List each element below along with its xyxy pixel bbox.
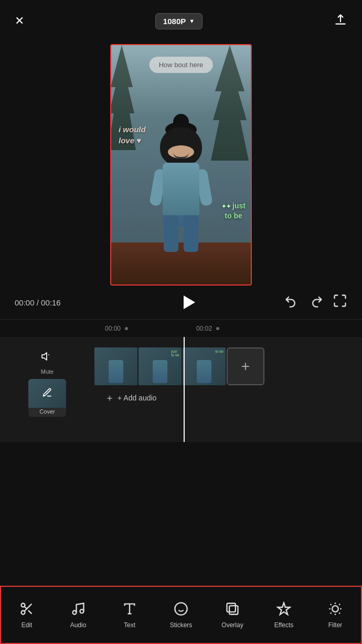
chevron-down-icon: ▼: [189, 18, 195, 24]
svg-point-16: [332, 606, 338, 612]
speech-bubble-text: How bout here: [159, 61, 204, 69]
svg-point-3: [22, 610, 25, 614]
svg-rect-14: [227, 603, 236, 611]
toolbar-item-filter[interactable]: Filter: [320, 596, 351, 634]
ruler-dot-1: [125, 327, 128, 330]
play-button[interactable]: [177, 291, 199, 313]
video-preview[interactable]: How bout here i wouldlove ♥ ✦✦ justto be: [110, 44, 252, 286]
svg-point-7: [73, 610, 77, 614]
ruler-time-2: 00:02: [196, 325, 212, 332]
time-current: 00:00: [15, 298, 35, 307]
svg-rect-15: [229, 606, 238, 614]
ruler-dot-2: [216, 327, 219, 330]
character-model: [142, 127, 220, 263]
char-head: [160, 127, 202, 166]
svg-line-5: [28, 610, 31, 613]
playhead-line: [184, 337, 185, 442]
undo-button[interactable]: [284, 293, 299, 311]
toolbar-item-stickers[interactable]: Stickers: [165, 596, 197, 634]
video-strip: justto be to be +: [94, 347, 362, 385]
cover-button[interactable]: Cover: [28, 379, 66, 417]
char-body: [163, 163, 199, 215]
upload-button[interactable]: [334, 13, 347, 29]
app-header: ✕ 1080P ▼: [0, 0, 362, 42]
svg-point-8: [80, 609, 84, 613]
play-icon: [184, 295, 195, 309]
svg-line-6: [24, 606, 27, 609]
control-icons-group: [284, 293, 347, 311]
timeline-content: Mute Cover: [0, 337, 362, 442]
speech-bubble: How bout here: [150, 57, 213, 73]
fullscreen-button[interactable]: [333, 293, 347, 311]
timeline-area: Mute Cover: [0, 337, 362, 442]
sticker-icon: [174, 601, 188, 618]
add-clip-icon: +: [241, 358, 250, 375]
time-separator: /: [37, 298, 41, 307]
close-button[interactable]: ✕: [15, 14, 24, 28]
toolbar-item-text[interactable]: Text: [114, 596, 145, 634]
mute-label: Mute: [41, 368, 54, 375]
ruler-time-0: 00:00: [105, 325, 121, 332]
video-background: How bout here i wouldlove ♥ ✦✦ justto be: [111, 45, 251, 284]
toolbar-label-audio: Audio: [70, 621, 87, 629]
toolbar-label-overlay: Overlay: [221, 621, 243, 629]
mute-button[interactable]: Mute: [41, 350, 54, 375]
sparkle-icon: [276, 601, 291, 618]
playback-controls: 00:00 / 00:16: [0, 286, 362, 319]
timeline-left-panel: Mute Cover: [0, 342, 94, 437]
add-audio-plus-icon: ＋: [105, 392, 114, 404]
mute-icon: [41, 350, 54, 366]
svg-point-2: [22, 603, 25, 607]
add-audio-row: ＋ + Add audio: [94, 385, 362, 404]
toolbar-item-edit[interactable]: Edit: [11, 596, 42, 634]
add-audio-button[interactable]: ＋ + Add audio: [105, 392, 156, 404]
toolbar-label-stickers: Stickers: [170, 621, 193, 629]
overlay-icon: [225, 601, 240, 618]
toolbar-item-overlay[interactable]: Overlay: [217, 596, 248, 634]
video-overlay-text-1: i wouldlove ♥: [119, 124, 146, 146]
redo-button[interactable]: [308, 293, 323, 311]
strip-frame-2[interactable]: justto be: [139, 347, 182, 385]
toolbar-item-audio[interactable]: Audio: [62, 596, 94, 634]
add-clip-button[interactable]: +: [227, 347, 264, 385]
cover-thumbnail: [28, 379, 66, 408]
add-audio-label: + Add audio: [118, 394, 156, 402]
char-leg-right: [184, 215, 198, 252]
toolbar-label-text: Text: [124, 621, 135, 629]
svg-point-11: [175, 603, 187, 615]
toolbar-label-edit: Edit: [22, 621, 33, 629]
svg-marker-0: [42, 353, 47, 360]
scissors-icon: [19, 601, 34, 618]
time-display: 00:00 / 00:16: [15, 298, 61, 307]
toolbar-label-effects: Effects: [274, 621, 293, 629]
toolbar-item-effects[interactable]: Effects: [268, 596, 300, 634]
bottom-toolbar: Edit Audio Text: [0, 586, 362, 644]
music-note-icon: [71, 601, 86, 618]
spacer: [0, 442, 362, 473]
quality-selector[interactable]: 1080P ▼: [155, 13, 203, 29]
video-strip-container: justto be to be + ＋ + Add audio: [94, 342, 362, 437]
strip-frame-1[interactable]: [94, 347, 137, 385]
cover-label: Cover: [39, 408, 55, 415]
cover-edit-icon: [42, 387, 52, 400]
char-leg-left: [164, 215, 178, 252]
sparkle-decoration: ✦✦: [221, 203, 232, 209]
toolbar-label-filter: Filter: [328, 621, 343, 629]
video-overlay-text-2: ✦✦ justto be: [221, 201, 246, 221]
timeline-ruler: 00:00 00:02: [0, 319, 362, 337]
strip-frame-3[interactable]: to be: [183, 347, 226, 385]
filter-icon: [328, 601, 343, 618]
text-T-icon: [122, 601, 137, 618]
video-preview-container: How bout here i wouldlove ♥ ✦✦ justto be: [0, 44, 362, 286]
quality-label: 1080P: [163, 17, 186, 26]
time-total: 00:16: [41, 298, 61, 307]
